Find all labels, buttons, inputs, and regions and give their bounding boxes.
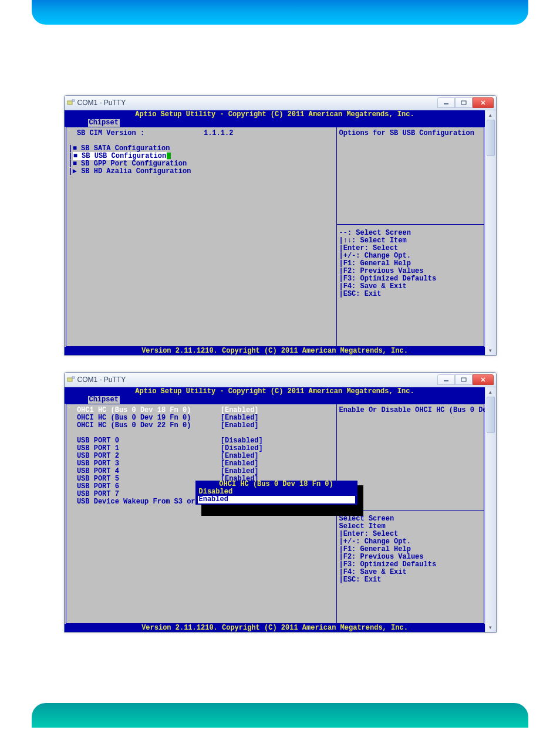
bios-footer: Version 2.11.1210. Copyright (C) 2011 Am… [65, 347, 485, 355]
bios-header: Aptio Setup Utility - Copyright (C) 2011… [65, 110, 485, 119]
context-help: Enable Or Disable OHCI HC (Bus 0 Dev 18 … [339, 406, 497, 414]
bios-footer: Version 2.11.1210. Copyright (C) 2011 Am… [65, 624, 485, 632]
nav-esc: |ESC: Exit [339, 290, 481, 298]
scroll-thumb[interactable] [487, 397, 495, 433]
window-titlebar[interactable]: COM1 - PuTTY [65, 96, 496, 110]
popup-title: OHCI HC (Bus 0 Dev 18 Fn 0) [219, 480, 333, 488]
window-title: COM1 - PuTTY [77, 376, 437, 384]
context-help: Options for SB USB Configuration [339, 129, 474, 137]
bios-header: Aptio Setup Utility - Copyright (C) 2011… [65, 387, 485, 396]
scrollbar[interactable]: ▴ ▾ [485, 110, 496, 355]
svg-rect-7 [72, 377, 75, 378]
terminal-1[interactable]: Aptio Setup Utility - Copyright (C) 2011… [65, 110, 485, 355]
scroll-up-icon[interactable]: ▴ [485, 110, 496, 120]
bios-tab-row: Chipset [65, 396, 485, 404]
page-banner-top [32, 0, 528, 25]
putty-icon [67, 99, 75, 107]
scroll-down-icon[interactable]: ▾ [485, 346, 496, 355]
putty-window-2: COM1 - PuTTY Aptio Setup Utility - Copyr… [64, 372, 497, 633]
window-title: COM1 - PuTTY [77, 99, 437, 107]
menu-item-azalia[interactable]: |▶ SB HD Azalia Configuration [69, 168, 338, 175]
svg-rect-1 [72, 100, 75, 102]
close-button[interactable] [473, 97, 494, 108]
minimize-button[interactable] [437, 97, 455, 108]
info-label: SB CIM Version : [77, 129, 144, 137]
scroll-up-icon[interactable]: ▴ [485, 387, 496, 397]
window-titlebar[interactable]: COM1 - PuTTY [65, 373, 496, 387]
scroll-down-icon[interactable]: ▾ [485, 623, 496, 632]
cursor-icon [167, 153, 171, 159]
scrollbar[interactable]: ▴ ▾ [485, 387, 496, 632]
putty-icon [67, 376, 75, 384]
close-button[interactable] [473, 374, 494, 385]
page-banner-bottom [32, 703, 528, 728]
minimize-button[interactable] [437, 374, 455, 385]
putty-window-1: COM1 - PuTTY Aptio Setup Utility - Copyr… [64, 95, 497, 356]
tab-chipset[interactable]: Chipset [88, 119, 120, 127]
svg-rect-9 [461, 378, 466, 381]
bios-tab-row: Chipset [65, 119, 485, 127]
info-value: 1.1.1.2 [204, 129, 233, 137]
svg-rect-6 [68, 378, 72, 381]
option-popup: OHCI HC (Bus 0 Dev 18 Fn 0) Disabled Ena… [195, 481, 357, 505]
svg-rect-3 [461, 101, 466, 104]
svg-rect-0 [68, 101, 72, 104]
maximize-button[interactable] [455, 374, 473, 385]
tab-chipset[interactable]: Chipset [88, 396, 120, 404]
terminal-2[interactable]: Aptio Setup Utility - Copyright (C) 2011… [65, 387, 485, 632]
popup-option-enabled[interactable]: Enabled [198, 496, 355, 503]
nav-esc: |ESC: Exit [339, 576, 481, 584]
scroll-thumb[interactable] [487, 120, 495, 156]
maximize-button[interactable] [455, 97, 473, 108]
